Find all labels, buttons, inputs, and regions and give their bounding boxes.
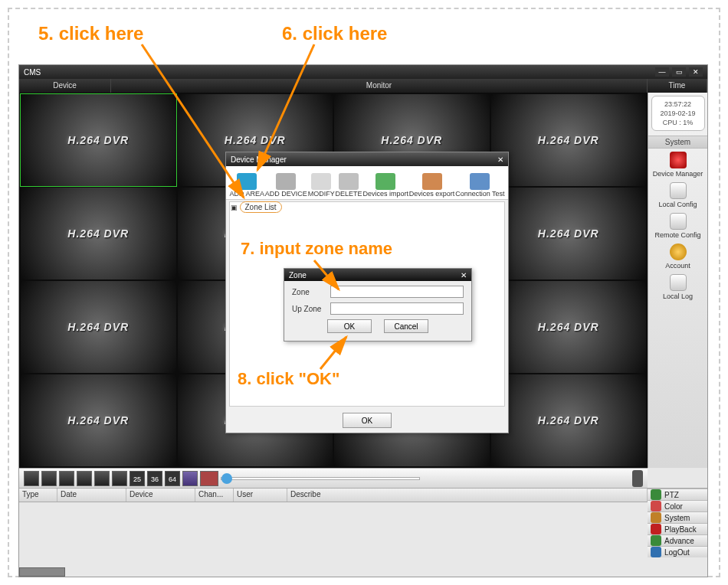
annotation-step5: 5. click here: [38, 23, 143, 44]
event-log-table: Type Date Device Chan... User Describe: [19, 489, 648, 543]
tool-icon: [422, 173, 442, 190]
layout-4-button[interactable]: [41, 471, 57, 486]
zone-title-text: Zone: [289, 271, 307, 279]
zone-dialog: Zone ✕ Zone Up Zone OK Cancel: [284, 268, 472, 342]
func-item-system[interactable]: System: [648, 511, 707, 523]
sidebar-item-remote-config[interactable]: Remote Config: [651, 211, 705, 240]
clock-date: 2019-02-19: [652, 109, 704, 118]
upzone-input[interactable]: [330, 302, 464, 315]
header-time: Time: [648, 79, 707, 93]
close-button[interactable]: ✕: [689, 67, 703, 77]
zone-field-label: Zone: [292, 288, 326, 296]
video-tile-label: H.264 DVR: [67, 134, 129, 146]
dm-toolbar: ADD AREAADD DEVICEMODIFYDELETEDevices im…: [226, 166, 508, 200]
log-col-describe: Describe: [287, 489, 648, 502]
video-tile[interactable]: H.264 DVR: [21, 281, 176, 373]
sidebar-item-device-manager[interactable]: Device Manager: [651, 150, 705, 179]
video-tile[interactable]: H.264 DVR: [21, 188, 176, 279]
dm-tool-delete[interactable]: DELETE: [336, 173, 362, 198]
dm-close-icon[interactable]: ✕: [497, 155, 503, 164]
dm-tool-devices-import[interactable]: Devices import: [362, 173, 408, 198]
layout-25-button[interactable]: 25: [130, 471, 145, 486]
layout-16-button[interactable]: [112, 471, 127, 486]
dm-ok-button[interactable]: OK: [343, 413, 392, 428]
page-icon: [670, 274, 687, 291]
dm-tool-add-device[interactable]: ADD DEVICE: [265, 173, 307, 198]
func-icon: [651, 512, 661, 523]
video-tile[interactable]: H.264 DVR: [491, 281, 647, 373]
func-item-advance[interactable]: Advance: [648, 534, 707, 546]
video-tile[interactable]: H.264 DVR: [21, 374, 176, 466]
sidebar-item-local-config[interactable]: Local Config: [651, 181, 705, 210]
log-col-chan: Chan...: [195, 489, 234, 502]
sidebar-item-account[interactable]: Account: [651, 242, 705, 271]
dm-tree[interactable]: ▣ Zone List: [231, 201, 282, 213]
app-title: CMS: [24, 68, 41, 77]
video-tile[interactable]: H.264 DVR: [491, 374, 647, 466]
page-icon: [670, 213, 687, 230]
func-item-logout[interactable]: LogOut: [648, 546, 707, 557]
clock-time: 23:57:22: [652, 100, 704, 109]
layout-8-button[interactable]: [77, 471, 92, 486]
dm-tool-modify[interactable]: MODIFY: [308, 173, 335, 198]
log-col-user: User: [234, 489, 287, 502]
func-item-color[interactable]: Color: [648, 500, 707, 511]
layout-6-button[interactable]: [59, 471, 74, 486]
video-tile-label: H.264 DVR: [67, 227, 129, 240]
log-col-device: Device: [126, 489, 195, 502]
annotation-step7: 7. input zone name: [241, 239, 392, 259]
status-strip: [19, 567, 65, 577]
layout-64-button[interactable]: 64: [165, 471, 180, 486]
zone-ok-button[interactable]: OK: [327, 319, 372, 333]
tool-icon: [339, 173, 359, 190]
maximize-button[interactable]: ▭: [672, 67, 686, 77]
slider-thumb[interactable]: [221, 473, 232, 484]
zone-close-icon[interactable]: ✕: [461, 271, 467, 279]
tool-icon: [470, 173, 490, 190]
clock-box: 23:57:22 2019-02-19 CPU : 1%: [651, 96, 705, 131]
layout-1-button[interactable]: [24, 471, 39, 486]
system-header: System: [648, 136, 707, 149]
func-icon: [651, 501, 661, 511]
disconnect-button[interactable]: [200, 471, 218, 486]
tool-icon: [276, 173, 296, 190]
tool-icon: [375, 173, 395, 190]
minimize-button[interactable]: —: [655, 67, 669, 77]
video-tile-label: H.264 DVR: [538, 321, 599, 333]
func-icon: [651, 535, 661, 546]
layout-36-button[interactable]: 36: [147, 471, 162, 486]
annotation-step6: 6. click here: [282, 23, 387, 44]
annotation-step8: 8. click "OK": [238, 369, 339, 389]
zone-list-node[interactable]: Zone List: [240, 201, 282, 213]
video-tile[interactable]: H.264 DVR: [21, 94, 176, 186]
function-panel: [648, 468, 707, 488]
func-item-ptz[interactable]: PTZ: [648, 489, 707, 500]
video-tile-label: H.264 DVR: [538, 227, 599, 240]
header-row: Device Monitor Time: [19, 79, 707, 93]
expand-handle-icon[interactable]: [632, 470, 643, 487]
right-sidebar: 23:57:22 2019-02-19 CPU : 1% System Devi…: [648, 93, 707, 468]
video-tile-label: H.264 DVR: [538, 134, 599, 146]
function-panel-list: PTZColorSystemPlayBackAdvanceLogOut: [648, 489, 707, 543]
clock-cpu: CPU : 1%: [652, 118, 704, 127]
video-tile-label: H.264 DVR: [67, 321, 129, 333]
video-tile[interactable]: H.264 DVR: [491, 94, 647, 186]
sidebar-item-local-log[interactable]: Local Log: [651, 273, 705, 302]
zone-name-input[interactable]: [330, 286, 464, 298]
titlebar: CMS — ▭ ✕: [19, 65, 707, 79]
video-tile[interactable]: H.264 DVR: [491, 188, 647, 279]
user-icon: [670, 243, 687, 260]
dm-tool-connection-test[interactable]: Connection Test: [455, 173, 504, 198]
video-tile-label: H.264 DVR: [67, 414, 129, 426]
dm-tool-devices-export[interactable]: Devices export: [409, 173, 455, 198]
func-icon: [651, 489, 661, 500]
func-item-playback[interactable]: PlayBack: [648, 523, 707, 534]
volume-slider[interactable]: [221, 477, 420, 480]
zone-titlebar: Zone ✕: [284, 269, 471, 281]
log-col-date: Date: [57, 489, 126, 502]
fullscreen-button[interactable]: [182, 471, 198, 486]
zone-cancel-button[interactable]: Cancel: [384, 319, 428, 333]
dm-tool-add-area[interactable]: ADD AREA: [229, 173, 264, 198]
layout-9-button[interactable]: [94, 471, 110, 486]
tool-icon: [311, 173, 331, 190]
